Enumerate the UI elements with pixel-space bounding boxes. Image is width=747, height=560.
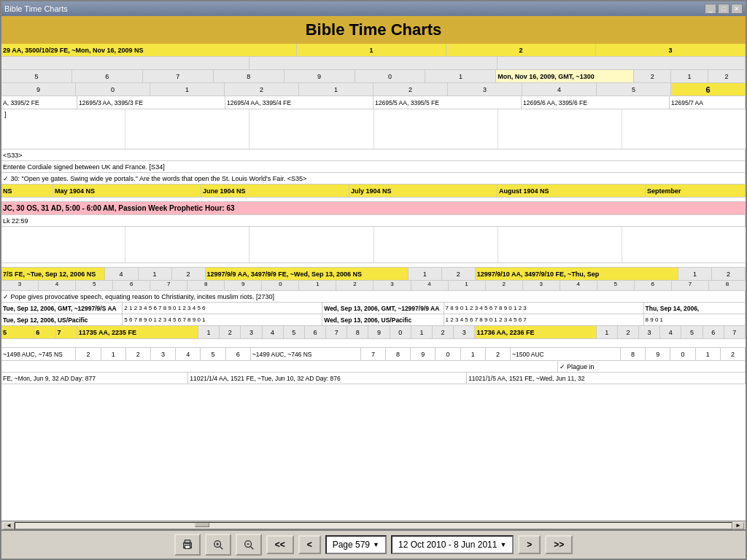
month-jun: June 1904 NS: [201, 184, 349, 197]
tue-gmt-nums: 2 1 2 3 4 5 6 7 8 9 0 1 2 3 4 5 6: [123, 303, 322, 314]
fe-cell-3: 12695/4 AA, 3395/4 FE: [225, 96, 374, 109]
last-page-button[interactable]: >>: [545, 535, 573, 554]
num-2: 2: [446, 44, 596, 56]
num-1r: 1: [671, 70, 708, 82]
next-page-button[interactable]: >: [518, 535, 541, 554]
main-title: Bible Time Charts: [1, 16, 746, 44]
auc-1499: ~1499 AUC, ~746 NS: [251, 348, 361, 360]
row-empty-1: [1, 57, 746, 70]
date-range-dropdown[interactable]: 12 Oct 2010 - 8 Jun 2011 ▼: [391, 535, 514, 554]
app-window: Bible Time Charts _ □ ✕ Bible Time Chart…: [0, 0, 747, 560]
wed-gmt-nums: 7 8 9 0 1 2 3 4 5 6 7 8 9 0 1 2 3: [444, 303, 644, 314]
zoom-in-button[interactable]: [205, 534, 231, 556]
num-3: 3: [596, 44, 746, 56]
num-9: 9: [285, 70, 355, 82]
n0: 0: [76, 83, 150, 96]
gmt-date-right: Mon, Nov 16, 2009, GMT, ~1300: [496, 70, 634, 82]
month-jul: July 1904 NS: [349, 184, 498, 197]
sep-header-3: 12997/9/10 AA, 3497/9/10 FE, ~Thu, Sep: [476, 268, 678, 280]
month-headers: NS May 1904 NS June 1904 NS July 1904 NS…: [1, 184, 746, 198]
page-dropdown[interactable]: Page 579 ▼: [325, 535, 387, 554]
row-date-header: 29 AA, 3500/10/29 FE, ~Mon, Nov 16, 2009…: [1, 44, 746, 57]
empty-cell-3: [498, 57, 746, 69]
tall-section-1: ]: [1, 109, 746, 149]
fe-cell-2: 12695/3 AA, 3395/3 FE: [77, 96, 225, 109]
first-page-button[interactable]: <<: [266, 535, 294, 554]
auc-1500: ~1500 AUC: [511, 348, 621, 360]
close-bracket: <S33>: [1, 149, 746, 160]
sep-n1: 1: [139, 268, 172, 280]
fe-h0: 0: [390, 326, 411, 338]
lk-reference: Lk 22:59: [1, 215, 746, 226]
fe-n7: 7: [56, 326, 77, 338]
fe-h7: 7: [326, 326, 347, 338]
fe-11736-text: 11736 AA, 2236 FE: [475, 326, 596, 338]
auc3-n0: 0: [670, 348, 695, 360]
title-bar: Bible Time Charts _ □ ✕: [1, 1, 746, 16]
fe-numbers-row: 5 6 7 11735 AA, 2235 FE 1 2 3 4 5 6 7 8 …: [1, 326, 746, 339]
tue-sep-gmt: Tue, Sep 12, 2006, GMT, ~12997/9/S AA: [1, 303, 123, 314]
scroll-right-btn[interactable]: ►: [732, 522, 744, 529]
sep3-n2: 2: [712, 268, 746, 280]
month-may: May 1904 NS: [53, 184, 201, 197]
pope-event-text: ✓ Pope gives provocative speech, equatin…: [1, 291, 746, 302]
num-0: 0: [355, 70, 426, 82]
h-scrollbar[interactable]: [15, 522, 732, 529]
num-5: 5: [1, 70, 72, 82]
plague-empty: [1, 361, 558, 372]
close-button[interactable]: ✕: [731, 4, 743, 14]
num-2r2: 2: [708, 70, 746, 82]
wed-sep-gmt: Wed, Sep 13, 2006, GMT, ~12997/9/9 AA: [322, 303, 444, 314]
title-bar-controls: _ □ ✕: [705, 4, 743, 14]
svg-point-3: [189, 544, 190, 545]
num-1: 1: [297, 44, 446, 56]
minimize-button[interactable]: _: [705, 4, 716, 14]
print-button[interactable]: [174, 534, 201, 556]
sep-nums-row: 3 4 5 6 7 8 9 0 1 2 3 4 1 2 3 4 5 6 7 8: [1, 281, 746, 291]
page-label: Page 579: [333, 540, 370, 550]
auc3-n2: 2: [721, 348, 746, 360]
svg-line-9: [250, 547, 253, 550]
auc2-n9: 9: [411, 348, 436, 360]
bottom-date-row: FE, ~Mon, Jun 9, 32 AD Day: 877 11021/1/…: [1, 373, 746, 384]
fe-h8: 8: [347, 326, 368, 338]
n1: 1: [150, 83, 225, 96]
n5: 5: [597, 83, 671, 96]
sep2-n1: 1: [409, 268, 442, 280]
row-nums-2: 9 0 1 2 1 2 3 4 5 6: [1, 83, 746, 96]
empty-cell-1: [1, 57, 249, 69]
auc-n2b: 2: [126, 348, 151, 360]
sep-n4: 4: [105, 268, 139, 280]
fe-cell-6: 12695/7 AA: [670, 96, 746, 109]
fe-11735-text: 11735 AA, 2235 FE: [77, 326, 198, 338]
num-8: 8: [214, 70, 285, 82]
auc3-n8: 8: [621, 348, 646, 360]
auc3-n1: 1: [696, 348, 721, 360]
us-dates-row: Tue, Sep 12, 2006, US/Pacific 5 6 7 8 9 …: [1, 314, 746, 326]
zoom-out-icon: [243, 538, 255, 551]
scroll-left-btn[interactable]: ◄: [3, 522, 15, 529]
num-1b: 1: [425, 70, 496, 82]
n4: 4: [522, 83, 597, 96]
scrollbar-thumb[interactable]: [195, 523, 209, 527]
bottom-fe-text: FE, ~Mon, Jun 9, 32 AD Day: 877: [1, 373, 188, 384]
fe-h3b: 3: [454, 326, 475, 338]
sep-n2: 2: [172, 268, 206, 280]
maximize-button[interactable]: □: [718, 4, 729, 14]
plague-row: ✓ Plague in: [1, 361, 746, 373]
event-row-1: <S33>: [1, 149, 746, 161]
zoom-out-button[interactable]: [236, 534, 262, 556]
bottom-11021-text: 11021/1/4 AA, 1521 FE, ~Tue, Jun 10, 32 …: [188, 373, 467, 384]
fe-h4: 4: [263, 326, 284, 338]
num-6: 6: [72, 70, 143, 82]
bottom-11021-text-2: 11021/1/5 AA, 1521 FE, ~Wed, Jun 11, 32: [467, 373, 746, 384]
fe2-h2: 2: [618, 326, 639, 338]
auc-n4: 4: [176, 348, 201, 360]
fe-h1b: 1: [411, 326, 433, 338]
h-scrollbar-area: ◄ ►: [1, 521, 746, 529]
fe-h3: 3: [241, 326, 262, 338]
fe2-h5: 5: [681, 326, 703, 338]
sep-header-row: 7/S FE, ~Tue, Sep 12, 2006 NS 4 1 2 1299…: [1, 268, 746, 281]
wed-us-nums: 1 2 3 4 5 6 7 8 9 0 1 2 3 4 5 6 7: [444, 314, 644, 325]
prev-page-button[interactable]: <: [298, 535, 321, 554]
